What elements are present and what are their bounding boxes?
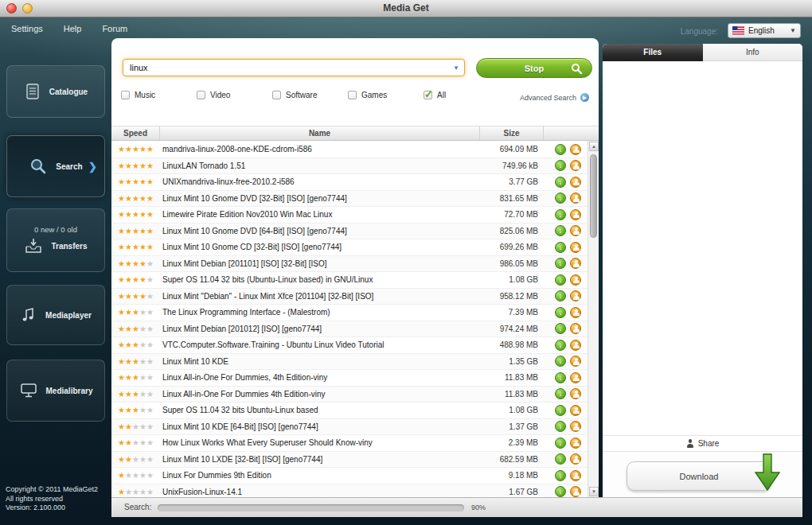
- result-row[interactable]: ★★★★★ mandriva-linux-2008-one-KDE-cdrom-…: [111, 142, 588, 158]
- language-select[interactable]: English ▼: [728, 23, 801, 38]
- stop-button[interactable]: Stop: [476, 58, 592, 78]
- checkbox-icon[interactable]: [121, 91, 130, 99]
- row-user-icon[interactable]: [570, 323, 581, 334]
- row-download-icon[interactable]: ↓: [555, 258, 566, 269]
- row-user-icon[interactable]: [570, 340, 581, 351]
- row-user-icon[interactable]: [570, 290, 581, 301]
- scroll-down-icon[interactable]: ▼: [589, 487, 599, 496]
- sidebar-item-transfers[interactable]: 0 new / 0 old Transfers: [6, 208, 105, 272]
- result-row[interactable]: ★★★★★ Super OS 11.04 32 bits Ubuntu-Linu…: [111, 402, 588, 419]
- menu-help[interactable]: Help: [64, 24, 82, 33]
- row-user-icon[interactable]: [570, 470, 581, 481]
- result-row[interactable]: ★★★★★ Linux All-in-One For Dummies, 4th …: [111, 370, 588, 387]
- column-header-size[interactable]: Size: [479, 126, 543, 140]
- row-user-icon[interactable]: [570, 405, 581, 416]
- row-download-icon[interactable]: ↓: [555, 192, 566, 204]
- row-user-icon[interactable]: [570, 144, 581, 155]
- minimize-button[interactable]: [22, 3, 33, 14]
- results-scrollbar[interactable]: ▲ ▼: [588, 141, 599, 497]
- search-history-dropdown-icon[interactable]: ▼: [453, 64, 459, 72]
- result-row[interactable]: ★★★★★ Linux Mint 10 Gnome DVD [64-Bit] […: [111, 224, 588, 240]
- result-row[interactable]: ★★★★★ Limewire Pirate Edition Nov2010 Wi…: [111, 207, 588, 224]
- search-input[interactable]: [123, 59, 465, 76]
- row-user-icon[interactable]: [570, 160, 581, 171]
- row-download-icon[interactable]: ↓: [555, 438, 566, 449]
- filter-item[interactable]: Games: [348, 91, 424, 99]
- row-user-icon[interactable]: [570, 486, 581, 497]
- result-row[interactable]: ★★★★★ LinuxLAN Tornado 1.51 749.96 kB ↓: [111, 158, 588, 175]
- row-user-icon[interactable]: [570, 225, 581, 236]
- result-row[interactable]: ★★★★★ UnixFusion-Linux-14.1 1.67 GB ↓: [111, 484, 588, 498]
- row-download-icon[interactable]: ↓: [555, 486, 566, 497]
- row-user-icon[interactable]: [570, 438, 581, 449]
- checkbox-icon[interactable]: [424, 91, 432, 99]
- column-header-speed[interactable]: Speed: [111, 129, 159, 138]
- row-user-icon[interactable]: [570, 356, 581, 367]
- scrollbar-thumb[interactable]: [590, 154, 597, 238]
- checkbox-icon[interactable]: [348, 91, 357, 99]
- result-row[interactable]: ★★★★★ Super OS 11.04 32 bits (Ubuntu-Lin…: [111, 272, 588, 289]
- row-user-icon[interactable]: [570, 192, 581, 204]
- download-button[interactable]: Download: [627, 461, 771, 491]
- advanced-search-link[interactable]: Advanced Search ▶: [520, 93, 589, 102]
- row-user-icon[interactable]: [570, 274, 581, 286]
- share-button[interactable]: Share: [603, 435, 802, 451]
- row-download-icon[interactable]: ↓: [555, 470, 566, 481]
- result-row[interactable]: ★★★★★ Linux Mint "Debian" - Linux Mint X…: [111, 289, 588, 305]
- filter-item[interactable]: Video: [197, 91, 272, 99]
- filter-item[interactable]: Music: [121, 91, 197, 99]
- row-download-icon[interactable]: ↓: [555, 372, 566, 383]
- menu-forum[interactable]: Forum: [102, 24, 127, 33]
- result-row[interactable]: ★★★★★ Linux For Dummies 9th Edition 9.18…: [111, 468, 588, 484]
- row-download-icon[interactable]: ↓: [555, 290, 566, 301]
- row-download-icon[interactable]: ↓: [555, 177, 566, 188]
- tab-files[interactable]: Files: [603, 44, 703, 61]
- menu-settings[interactable]: Settings: [11, 24, 43, 33]
- result-row[interactable]: ★★★★★ Linux Mint 10 Gnome DVD [32-Bit] […: [111, 191, 588, 208]
- row-download-icon[interactable]: ↓: [555, 340, 566, 351]
- result-row[interactable]: ★★★★★ Linux Mint 10 Gnome CD [32-Bit] [I…: [111, 239, 588, 256]
- result-row[interactable]: ★★★★★ Linux All-in-One For Dummies 4th E…: [111, 387, 588, 403]
- result-row[interactable]: ★★★★★ Linux Mint Debian [201101] [ISO] […: [111, 256, 588, 273]
- row-user-icon[interactable]: [570, 307, 581, 318]
- result-row[interactable]: ★★★★★ VTC.Computer.Software.Training - U…: [111, 337, 588, 354]
- row-user-icon[interactable]: [570, 372, 581, 383]
- result-row[interactable]: ★★★★★ Linux Mint 10 LXDE [32-Bit] [ISO] …: [111, 452, 588, 469]
- result-row[interactable]: ★★★★★ How Linux Works What Every Superus…: [111, 435, 588, 452]
- row-download-icon[interactable]: ↓: [555, 323, 566, 334]
- result-row[interactable]: ★★★★★ The Linux Programming Interface - …: [111, 305, 588, 321]
- sidebar-item-mediaplayer[interactable]: Mediaplayer: [6, 285, 105, 345]
- result-row[interactable]: ★★★★★ Linux Mint 10 KDE 1.35 GB ↓: [111, 354, 588, 371]
- result-row[interactable]: ★★★★★ Linux Mint 10 KDE [64-Bit] [ISO] […: [111, 419, 588, 436]
- row-user-icon[interactable]: [570, 258, 581, 269]
- scroll-up-icon[interactable]: ▲: [589, 142, 599, 151]
- row-download-icon[interactable]: ↓: [555, 144, 566, 155]
- result-row[interactable]: ★★★★★ Linux Mint Debian [201012] [ISO] […: [111, 321, 588, 338]
- close-button[interactable]: [6, 3, 17, 14]
- row-download-icon[interactable]: ↓: [555, 421, 566, 432]
- row-download-icon[interactable]: ↓: [555, 242, 566, 253]
- row-user-icon[interactable]: [570, 242, 581, 253]
- column-header-name[interactable]: Name: [159, 126, 479, 140]
- row-download-icon[interactable]: ↓: [555, 453, 566, 465]
- row-download-icon[interactable]: ↓: [555, 405, 566, 416]
- row-user-icon[interactable]: [570, 209, 581, 220]
- row-download-icon[interactable]: ↓: [555, 225, 566, 236]
- sidebar-item-search[interactable]: Search ❯: [6, 135, 105, 197]
- filter-item[interactable]: Software: [272, 91, 348, 99]
- row-download-icon[interactable]: ↓: [555, 209, 566, 220]
- row-download-icon[interactable]: ↓: [555, 274, 566, 286]
- row-user-icon[interactable]: [570, 388, 581, 399]
- row-user-icon[interactable]: [570, 421, 581, 432]
- row-download-icon[interactable]: ↓: [555, 388, 566, 399]
- sidebar-item-catalogue[interactable]: Catalogue: [6, 65, 105, 118]
- row-download-icon[interactable]: ↓: [555, 356, 566, 367]
- tab-info[interactable]: Info: [703, 44, 803, 61]
- filter-item[interactable]: All: [424, 91, 499, 99]
- result-row[interactable]: ★★★★★ UNIXmandriva-linux-free-2010.2-i58…: [111, 174, 588, 191]
- row-user-icon[interactable]: [570, 177, 581, 188]
- row-download-icon[interactable]: ↓: [555, 307, 566, 318]
- row-download-icon[interactable]: ↓: [555, 160, 566, 171]
- checkbox-icon[interactable]: [197, 91, 205, 99]
- row-user-icon[interactable]: [570, 453, 581, 465]
